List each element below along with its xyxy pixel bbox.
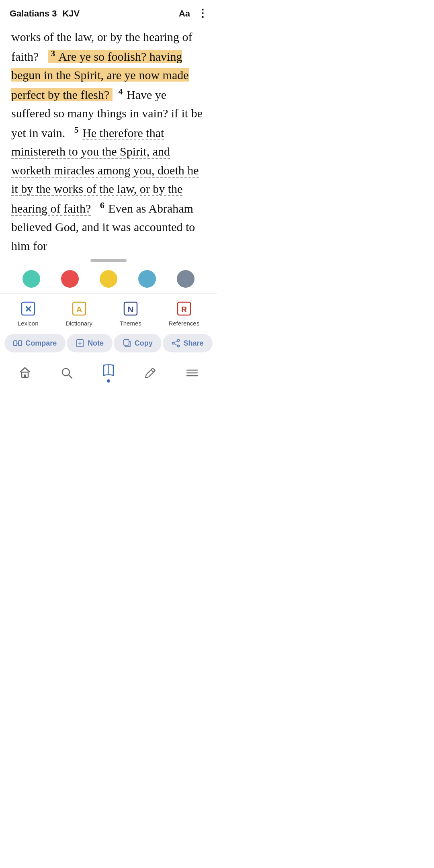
nav-menu[interactable] [185,366,199,380]
nav-book-indicator [107,379,110,383]
lexicon-button[interactable]: ✕ Lexicon [18,299,39,327]
svg-point-18 [172,342,174,344]
svg-point-17 [177,345,179,347]
verse6-num: 6 [100,200,104,210]
svg-point-16 [177,340,179,342]
color-yellow[interactable] [100,270,117,288]
lexicon-label: Lexicon [18,320,39,327]
verse5-num: 5 [74,125,79,135]
themes-icon: N [121,299,140,318]
pen-icon [143,366,158,380]
bible-text-area: works of the law, or by the hearing of f… [0,24,217,255]
copy-button[interactable]: Copy [114,334,162,352]
svg-line-20 [174,344,178,345]
svg-rect-22 [24,375,26,377]
bottom-nav [0,359,217,389]
themes-button[interactable]: N Themes [120,299,141,327]
dictionary-icon: A [70,299,88,318]
color-picker [0,264,217,293]
svg-text:✕: ✕ [25,304,32,314]
share-icon [172,339,180,348]
scroll-handle [90,259,127,262]
note-button[interactable]: Note [67,334,113,352]
book-icon [101,363,116,378]
references-label: References [168,320,199,327]
book-chapter-title[interactable]: Galatians 3 [10,8,57,19]
lexicon-icon: ✕ [19,299,37,318]
svg-line-26 [151,370,154,372]
svg-text:N: N [127,305,133,314]
bible-version[interactable]: KJV [62,8,80,19]
references-icon: R [175,299,193,318]
svg-rect-15 [124,340,129,345]
share-button[interactable]: Share [163,334,213,352]
nav-search[interactable] [59,366,74,380]
scroll-handle-area [0,259,217,262]
note-icon [76,339,84,348]
svg-rect-9 [18,341,22,346]
font-size-button[interactable]: Aa [179,8,190,19]
svg-line-24 [69,375,72,378]
svg-text:A: A [76,305,82,314]
color-green[interactable] [23,270,40,288]
svg-line-19 [174,341,178,342]
themes-label: Themes [120,320,141,327]
dictionary-button[interactable]: A Dictionary [66,299,92,327]
compare-button[interactable]: Compare [4,334,66,352]
menu-icon [185,366,199,380]
compare-icon [13,339,22,348]
nav-book[interactable] [101,363,116,383]
color-blue[interactable] [138,270,156,288]
references-button[interactable]: R References [168,299,199,327]
color-red[interactable] [61,270,79,288]
search-icon [59,366,74,380]
verse4-num: 4 [119,86,123,96]
header-right: Aa ⋮ [179,7,207,20]
color-gray[interactable] [177,270,194,288]
verse3-num: 3 [51,48,55,58]
copy-icon [123,339,131,348]
header-left: Galatians 3 KJV [10,8,80,19]
home-icon [18,366,32,380]
header: Galatians 3 KJV Aa ⋮ [0,0,217,24]
svg-text:R: R [181,305,187,314]
toolbar-icons-row: ✕ Lexicon A Dictionary N Themes R [0,293,217,330]
svg-rect-8 [14,341,17,346]
dictionary-label: Dictionary [66,320,92,327]
more-options-button[interactable]: ⋮ [197,7,207,20]
nav-pen[interactable] [143,366,158,380]
nav-home[interactable] [18,366,32,380]
action-buttons-row: Compare Note Copy Share [0,330,217,359]
